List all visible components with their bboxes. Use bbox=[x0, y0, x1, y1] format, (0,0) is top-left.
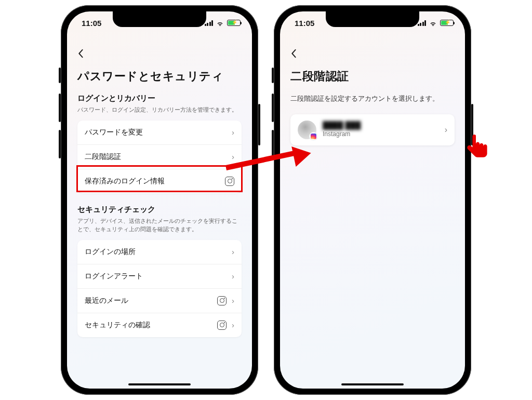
back-button[interactable] bbox=[290, 49, 297, 60]
home-indicator[interactable] bbox=[341, 383, 404, 385]
row-change-password[interactable]: パスワードを変更 › bbox=[77, 121, 242, 145]
home-indicator[interactable] bbox=[128, 383, 191, 385]
account-row[interactable]: ████ ███ Instagram › bbox=[290, 114, 455, 145]
section-title-security: セキュリティチェック bbox=[77, 205, 242, 215]
instagram-badge-icon bbox=[310, 132, 317, 140]
chevron-right-icon: › bbox=[445, 125, 447, 135]
page-desc: 二段階認証を設定するアカウントを選択します。 bbox=[290, 94, 455, 104]
row-label: ログインアラート bbox=[85, 272, 143, 281]
signal-icon bbox=[418, 20, 427, 26]
chevron-left-icon bbox=[290, 49, 297, 58]
row-two-factor[interactable]: 二段階認証 › bbox=[77, 145, 242, 169]
row-login-location[interactable]: ログインの場所 › bbox=[77, 240, 242, 264]
status-time: 11:05 bbox=[295, 19, 314, 28]
avatar bbox=[298, 121, 316, 139]
account-name: ████ ███ bbox=[323, 121, 361, 130]
row-label: ログインの場所 bbox=[85, 247, 136, 257]
section-title-login: ログインとリカバリー bbox=[77, 94, 242, 103]
instagram-icon bbox=[225, 177, 234, 186]
battery-icon: ⚡ bbox=[227, 20, 241, 26]
page-title: 二段階認証 bbox=[290, 69, 455, 84]
chevron-right-icon: › bbox=[232, 296, 234, 305]
pointer-hand-annotation bbox=[461, 132, 492, 169]
row-label: セキュリティの確認 bbox=[85, 321, 150, 330]
battery-icon: ⚡ bbox=[440, 20, 454, 26]
chevron-right-icon: › bbox=[232, 152, 234, 161]
row-label: 二段階認証 bbox=[85, 152, 121, 162]
chevron-right-icon: › bbox=[232, 272, 234, 281]
chevron-left-icon bbox=[77, 49, 84, 58]
page-title: パスワードとセキュリティ bbox=[77, 69, 242, 84]
chevron-right-icon: › bbox=[232, 321, 234, 329]
status-time: 11:05 bbox=[82, 19, 101, 28]
phone-right: 11:05 ⚡ 二段階認証 二段階認証を設定するアカウントを選択します。 ███… bbox=[274, 5, 471, 395]
chevron-right-icon: › bbox=[232, 247, 234, 256]
chevron-right-icon: › bbox=[232, 128, 234, 137]
back-button[interactable] bbox=[77, 49, 84, 60]
row-login-alert[interactable]: ログインアラート › bbox=[77, 264, 242, 289]
row-recent-mail[interactable]: 最近のメール › bbox=[77, 289, 242, 313]
row-saved-login[interactable]: 保存済みのログイン情報 bbox=[77, 169, 242, 193]
row-security-check[interactable]: セキュリティの確認 › bbox=[77, 313, 242, 337]
wifi-icon bbox=[429, 19, 437, 28]
security-check-card: ログインの場所 › ログインアラート › 最近のメール › セキュリティの確認 … bbox=[77, 240, 242, 337]
instagram-icon bbox=[217, 321, 227, 330]
section-desc-login: パスワード、ログイン設定、リカバリー方法を管理できます。 bbox=[77, 105, 242, 114]
instagram-icon bbox=[217, 296, 227, 305]
account-service: Instagram bbox=[323, 130, 361, 138]
phone-left: 11:05 ⚡ パスワードとセキュリティ ログインとリカバリー パスワード、ログ… bbox=[61, 5, 258, 395]
section-desc-security: アプリ、デバイス、送信されたメールのチェックを実行することで、セキュリティ上の問… bbox=[77, 217, 242, 234]
row-label: 保存済みのログイン情報 bbox=[85, 177, 165, 186]
notch bbox=[326, 11, 419, 27]
notch bbox=[113, 11, 206, 27]
row-label: パスワードを変更 bbox=[85, 128, 143, 137]
login-recovery-card: パスワードを変更 › 二段階認証 › 保存済みのログイン情報 bbox=[77, 121, 242, 193]
wifi-icon bbox=[216, 19, 224, 28]
row-label: 最近のメール bbox=[85, 296, 128, 305]
signal-icon bbox=[205, 20, 214, 26]
